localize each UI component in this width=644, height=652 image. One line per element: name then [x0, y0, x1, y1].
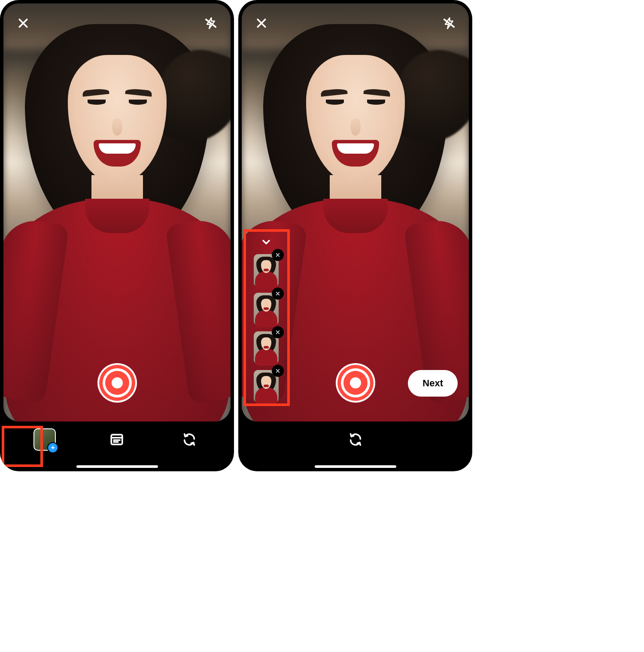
camera-viewfinder: Next: [242, 3, 469, 422]
delete-clip-button[interactable]: [272, 288, 284, 300]
home-indicator: [76, 465, 158, 468]
close-icon: [275, 291, 280, 296]
close-button[interactable]: [13, 13, 33, 33]
gallery-add-button[interactable]: +: [32, 427, 58, 452]
close-button[interactable]: [251, 13, 272, 33]
close-icon: [255, 17, 268, 30]
clip-thumbnail[interactable]: [254, 293, 279, 325]
home-indicator: [315, 465, 396, 468]
close-icon: [275, 252, 280, 258]
recorded-clips-stack: [248, 236, 285, 403]
close-icon: [275, 368, 280, 373]
clip-thumbnail[interactable]: [254, 254, 279, 287]
close-icon: [275, 330, 280, 335]
templates-icon: [109, 432, 124, 447]
delete-clip-button[interactable]: [272, 326, 284, 338]
shutter-button[interactable]: [97, 363, 137, 403]
collapse-clips-button[interactable]: [260, 236, 272, 248]
phone-right: Next: [238, 0, 472, 471]
flip-camera-button[interactable]: [176, 427, 202, 452]
flip-camera-icon: [182, 432, 197, 447]
bottom-toolbar: +: [0, 415, 234, 471]
templates-button[interactable]: [104, 427, 130, 452]
phone-left: +: [0, 0, 234, 471]
flash-toggle-button[interactable]: [200, 13, 221, 33]
flash-toggle-button[interactable]: [439, 13, 459, 33]
clip-thumbnail[interactable]: [254, 331, 279, 364]
delete-clip-button[interactable]: [272, 365, 284, 377]
plus-badge-icon: +: [47, 442, 58, 453]
camera-viewfinder: [3, 3, 231, 422]
camera-preview-image: [3, 3, 231, 422]
gallery-thumbnail-icon: +: [33, 428, 56, 451]
flash-off-icon: [443, 17, 456, 30]
screenshot-pair: +: [0, 0, 472, 472]
flash-off-icon: [204, 17, 217, 30]
flip-camera-button[interactable]: [343, 427, 368, 452]
flip-camera-icon: [348, 432, 363, 447]
shutter-button[interactable]: [336, 363, 375, 403]
close-icon: [17, 17, 30, 30]
clip-thumbnail[interactable]: [254, 370, 279, 403]
next-button[interactable]: Next: [408, 370, 458, 397]
delete-clip-button[interactable]: [272, 249, 284, 261]
chevron-down-icon: [260, 236, 272, 248]
bottom-toolbar: [238, 415, 472, 471]
